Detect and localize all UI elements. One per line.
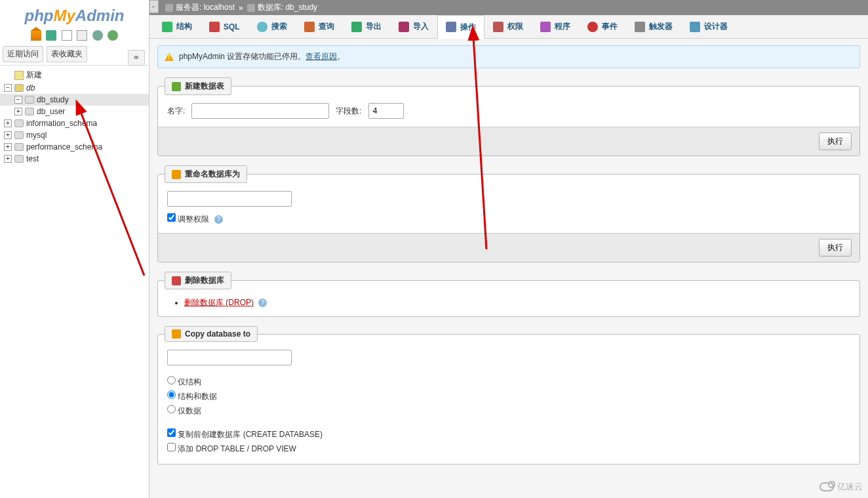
config-notice: phpMyAdmin 设置存储功能已停用。 查看原因。 — [157, 45, 860, 68]
tab-structure[interactable]: 结构 — [153, 15, 201, 38]
sql-window-icon[interactable] — [62, 30, 72, 41]
db-icon — [14, 155, 24, 163]
triggers-icon — [635, 22, 645, 32]
tab-privileges[interactable]: 权限 — [484, 15, 532, 38]
query-icon — [304, 22, 315, 32]
radio-structure-data-input[interactable] — [167, 390, 176, 399]
drop-db-link[interactable]: 删除数据库 (DROP) — [184, 298, 254, 307]
input-copy-db[interactable] — [167, 350, 292, 365]
legend-create-table: 新建数据表 — [165, 77, 231, 95]
panel-create-table: 新建数据表 名字: 字段数: 执行 — [157, 77, 860, 156]
label-columns: 字段数: — [336, 106, 361, 117]
tree-information-schema[interactable]: +information_schema — [0, 117, 149, 129]
expand-icon[interactable]: + — [14, 108, 22, 115]
import-icon — [399, 22, 409, 32]
db-icon — [14, 119, 24, 127]
check-add-drop[interactable]: 添加 DROP TABLE / DROP VIEW — [167, 442, 850, 456]
db-icon — [14, 84, 24, 92]
legend-rename: 重命名数据库为 — [165, 165, 247, 183]
sidebar-collapse-button[interactable]: ← — [149, 0, 159, 13]
structure-icon — [162, 22, 172, 32]
breadcrumb-server[interactable]: 服务器: localhost — [176, 2, 235, 13]
tree-mysql[interactable]: +mysql — [0, 129, 149, 141]
checkbox-create-before[interactable] — [167, 428, 176, 437]
tree-db-user[interactable]: +db_user — [0, 106, 149, 117]
sidebar: phpMyAdmin 近期访问 表收藏夹 ⚭ 新建 −db −db_study … — [0, 0, 149, 498]
designer-icon — [690, 22, 700, 32]
tree-test[interactable]: +test — [0, 153, 149, 165]
tab-search[interactable]: 搜索 — [248, 15, 296, 38]
settings-icon[interactable] — [92, 30, 103, 41]
help-icon[interactable]: ? — [214, 215, 223, 224]
logo[interactable]: phpMyAdmin — [0, 0, 149, 28]
content: phpMyAdmin 设置存储功能已停用。 查看原因。 新建数据表 名字: 字段… — [149, 39, 868, 480]
tab-operations[interactable]: 操作 — [437, 15, 484, 39]
sidebar-toolbar — [0, 28, 149, 43]
clock-icon — [587, 22, 598, 32]
legend-drop: 删除数据库 — [165, 272, 231, 289]
checkbox-add-drop[interactable] — [167, 443, 176, 451]
expand-icon[interactable]: + — [4, 155, 12, 163]
tab-events[interactable]: 事件 — [579, 15, 626, 38]
radio-structure-only[interactable]: 仅结构 — [167, 375, 850, 389]
input-table-name[interactable] — [191, 103, 329, 119]
label-table-name: 名字: — [167, 106, 185, 117]
db-icon — [25, 96, 34, 104]
top-tabs: 结构 SQL 搜索 查询 导出 导入 操作 权限 程序 事件 触发器 设计器 — [149, 15, 868, 39]
link-icon[interactable]: ⚭ — [128, 50, 145, 66]
tab-favorites[interactable]: 表收藏夹 — [47, 46, 87, 62]
collapse-icon[interactable]: − — [4, 84, 12, 92]
watermark: 亿速云 — [819, 481, 863, 493]
new-table-icon — [172, 82, 181, 91]
radio-data-only[interactable]: 仅数据 — [167, 404, 850, 418]
copy-what-radios: 仅结构 结构和数据 仅数据 — [167, 375, 850, 418]
tree-performance-schema[interactable]: +performance_schema — [0, 141, 149, 153]
radio-structure-only-input[interactable] — [167, 376, 176, 384]
help-icon[interactable]: ? — [258, 299, 267, 307]
create-submit-button[interactable]: 执行 — [819, 133, 852, 150]
checkbox-adjust-priv[interactable] — [167, 213, 176, 222]
tab-procedures[interactable]: 程序 — [532, 15, 579, 38]
breadcrumb-db[interactable]: 数据库: db_study — [258, 2, 317, 13]
breadcrumb: 服务器: localhost » 数据库: db_study — [149, 0, 868, 15]
radio-data-only-input[interactable] — [167, 405, 176, 413]
tree-new[interactable]: 新建 — [0, 68, 149, 82]
tab-designer[interactable]: 设计器 — [681, 15, 736, 38]
rename-submit-button[interactable]: 执行 — [819, 239, 852, 257]
legend-copy: Copy database to — [165, 326, 258, 342]
watermark-text: 亿速云 — [837, 481, 863, 493]
tab-export[interactable]: 导出 — [343, 15, 390, 38]
tree-db[interactable]: −db — [0, 82, 149, 94]
db-icon — [14, 143, 24, 151]
logout-icon[interactable] — [46, 30, 56, 41]
check-create-before[interactable]: 复制前创建数据库 (CREATE DATABASE) — [167, 427, 850, 442]
copy-options: 复制前创建数据库 (CREATE DATABASE) 添加 DROP TABLE… — [167, 427, 850, 456]
tab-recent[interactable]: 近期访问 — [3, 46, 43, 62]
new-db-icon — [14, 71, 24, 80]
wrench-icon — [446, 22, 456, 32]
db-icon — [25, 108, 34, 115]
recent-tabs: 近期访问 表收藏夹 ⚭ — [0, 43, 149, 66]
label-adjust-priv[interactable]: 调整权限 ? — [167, 215, 223, 224]
main: ← 服务器: localhost » 数据库: db_study 结构 SQL … — [149, 0, 868, 498]
notice-link[interactable]: 查看原因 — [306, 51, 337, 62]
warning-icon — [165, 52, 174, 61]
input-columns[interactable] — [368, 103, 404, 119]
tree-db-study[interactable]: −db_study — [0, 94, 149, 106]
tab-triggers[interactable]: 触发器 — [626, 15, 681, 38]
tab-sql[interactable]: SQL — [201, 15, 248, 38]
expand-icon[interactable]: + — [4, 119, 12, 127]
radio-structure-data[interactable]: 结构和数据 — [167, 389, 850, 404]
input-rename-db[interactable] — [167, 191, 292, 207]
expand-icon[interactable]: + — [4, 143, 12, 151]
reload-icon[interactable] — [108, 30, 118, 41]
panel-drop-db: 删除数据库 删除数据库 (DROP) ? — [157, 272, 860, 317]
home-icon[interactable] — [31, 30, 41, 41]
logo-admin: Admin — [75, 7, 125, 24]
collapse-icon[interactable]: − — [14, 96, 22, 104]
tab-import[interactable]: 导入 — [390, 15, 437, 38]
tab-query[interactable]: 查询 — [296, 15, 343, 38]
expand-icon[interactable]: + — [4, 131, 12, 139]
docs-icon[interactable] — [77, 30, 87, 41]
procedures-icon — [540, 22, 551, 32]
